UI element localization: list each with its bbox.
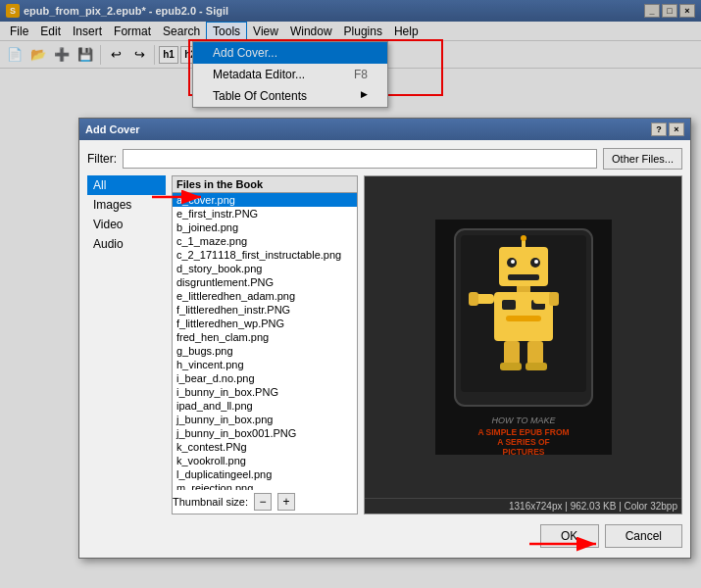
file-item-17[interactable]: j_bunny_in_box001.PNG xyxy=(173,426,357,440)
file-item-2[interactable]: b_joined.png xyxy=(173,220,357,234)
file-item-3[interactable]: c_1_maze.png xyxy=(173,234,357,248)
file-item-9[interactable]: f_littleredhen_wp.PNG xyxy=(173,317,357,330)
svg-rect-20 xyxy=(504,341,520,365)
svg-rect-21 xyxy=(527,341,543,365)
file-item-20[interactable]: l_duplicatingeel.png xyxy=(173,467,357,481)
svg-rect-19 xyxy=(549,292,559,306)
dialog-buttons: OK Cancel xyxy=(87,520,682,550)
filter-row: Filter: Other Files... xyxy=(87,148,682,170)
thumbnail-label: Thumbnail size: xyxy=(173,496,248,508)
file-item-1[interactable]: e_first_instr.PNG xyxy=(173,207,357,220)
dialog-title: Add Cover xyxy=(85,123,140,135)
file-item-5[interactable]: d_story_book.png xyxy=(173,262,357,275)
file-list-panel: Files in the Book a_cover.png e_first_in… xyxy=(172,175,358,514)
svg-rect-11 xyxy=(517,286,530,292)
file-item-8[interactable]: f_littleredhen_instr.PNG xyxy=(173,303,357,317)
thumbnail-increase[interactable]: + xyxy=(277,493,295,511)
dialog-close-button[interactable]: × xyxy=(669,122,684,136)
dialog-title-bar: Add Cover ? × xyxy=(79,119,690,140)
preview-image: HOW TO MAKE A SIMPLE EPUB FROM A SERIES … xyxy=(365,176,681,498)
preview-panel: HOW TO MAKE A SIMPLE EPUB FROM A SERIES … xyxy=(364,175,682,514)
svg-text:A SERIES OF: A SERIES OF xyxy=(497,437,550,447)
file-item-6[interactable]: disgruntlement.PNG xyxy=(173,275,357,289)
dialog-overlay: Add Cover ? × Filter: Other Files... All xyxy=(0,0,701,588)
file-list-header: Files in the Book xyxy=(173,176,357,193)
dialog-content: Filter: Other Files... All Images Video … xyxy=(79,140,690,558)
thumbnail-decrease[interactable]: − xyxy=(254,493,272,511)
svg-rect-18 xyxy=(469,292,478,306)
file-item-14[interactable]: i_bunny_in_box.PNG xyxy=(173,385,357,399)
dialog-body: All Images Video Audio Files in the Book… xyxy=(87,175,682,514)
svg-text:PICTURES: PICTURES xyxy=(502,447,544,455)
category-images[interactable]: Images xyxy=(87,195,166,215)
category-video[interactable]: Video xyxy=(87,215,166,234)
filter-input[interactable] xyxy=(123,149,597,169)
category-all[interactable]: All xyxy=(87,175,166,195)
file-item-12[interactable]: h_vincent.png xyxy=(173,358,357,371)
svg-rect-8 xyxy=(508,274,539,280)
svg-point-6 xyxy=(511,260,515,264)
svg-rect-13 xyxy=(502,300,516,310)
ok-button[interactable]: OK xyxy=(540,524,599,548)
svg-rect-23 xyxy=(526,363,547,370)
file-list[interactable]: a_cover.png e_first_instr.PNG b_joined.p… xyxy=(173,193,357,490)
thumbnail-row: Thumbnail size: − + xyxy=(173,490,357,514)
svg-point-7 xyxy=(534,260,538,264)
other-files-button[interactable]: Other Files... xyxy=(603,148,682,170)
cancel-button[interactable]: Cancel xyxy=(605,524,682,548)
cover-svg: HOW TO MAKE A SIMPLE EPUB FROM A SERIES … xyxy=(435,220,612,455)
svg-text:HOW TO MAKE: HOW TO MAKE xyxy=(491,416,556,425)
svg-point-10 xyxy=(521,235,526,241)
svg-rect-22 xyxy=(500,363,522,370)
file-item-11[interactable]: g_bugs.png xyxy=(173,344,357,358)
file-item-7[interactable]: e_littleredhen_adam.png xyxy=(173,289,357,303)
add-cover-dialog: Add Cover ? × Filter: Other Files... All xyxy=(78,118,691,559)
filter-label: Filter: xyxy=(87,152,117,166)
file-item-15[interactable]: ipad_and_ll.png xyxy=(173,399,357,413)
file-item-21[interactable]: m_rejection.png xyxy=(173,481,357,490)
preview-info: 1316x724px | 962.03 KB | Color 32bpp xyxy=(365,498,681,514)
app-window: S epub_from_pix_2.epub* - epub2.0 - Sigi… xyxy=(0,0,701,588)
file-item-0[interactable]: a_cover.png xyxy=(173,193,357,207)
file-item-16[interactable]: j_bunny_in_box.png xyxy=(173,413,357,426)
svg-rect-15 xyxy=(506,316,541,321)
category-audio[interactable]: Audio xyxy=(87,234,166,254)
file-item-13[interactable]: i_bear_d.no.png xyxy=(173,371,357,385)
file-item-19[interactable]: k_vookroll.png xyxy=(173,454,357,467)
svg-text:A SIMPLE EPUB FROM: A SIMPLE EPUB FROM xyxy=(477,427,569,437)
file-item-4[interactable]: c_2_171118_first_instructable.png xyxy=(173,248,357,262)
category-panel: All Images Video Audio xyxy=(87,175,166,514)
file-item-18[interactable]: k_contest.PNg xyxy=(173,440,357,454)
dialog-help-button[interactable]: ? xyxy=(651,122,667,136)
file-item-10[interactable]: fred_hen_clam.png xyxy=(173,330,357,344)
